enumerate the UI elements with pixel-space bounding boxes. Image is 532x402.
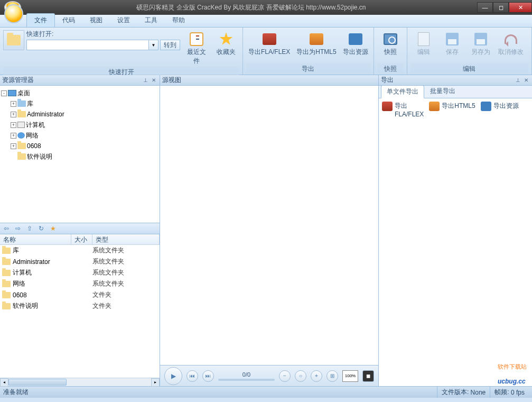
open-folder-icon[interactable] bbox=[3, 30, 24, 50]
expand-icon[interactable]: + bbox=[11, 143, 16, 149]
horizontal-scrollbar[interactable]: ◂ ▸ bbox=[0, 378, 160, 386]
scroll-right-icon[interactable]: ▸ bbox=[151, 378, 160, 387]
scroll-left-icon[interactable]: ◂ bbox=[0, 378, 8, 387]
quick-open-input[interactable] bbox=[26, 40, 149, 50]
fullscreen-button[interactable]: ◼ bbox=[362, 370, 374, 382]
tree-label: 计算机 bbox=[26, 121, 45, 130]
zoom-out-button[interactable]: − bbox=[279, 370, 291, 382]
tree-node[interactable]: +Administrator bbox=[1, 109, 158, 120]
favorites-button[interactable]: 收藏夹 bbox=[213, 30, 239, 58]
close-panel-icon[interactable]: ✕ bbox=[522, 77, 530, 84]
list-item[interactable]: 库系统文件夹 bbox=[0, 245, 160, 256]
resource-mgr-header: 资源管理器 ⊥ ✕ bbox=[0, 75, 160, 86]
tab-single-export[interactable]: 单文件导出 bbox=[381, 85, 424, 98]
status-fps: 帧频: 0 fps bbox=[490, 387, 529, 398]
tab-help[interactable]: 帮助 bbox=[165, 14, 192, 27]
export-fla-button[interactable]: 导出FLA/FLEX bbox=[246, 30, 292, 58]
source-view-header: 源视图 bbox=[160, 75, 378, 86]
play-button[interactable]: ▶ bbox=[164, 367, 182, 385]
tree-label: 网络 bbox=[26, 131, 39, 140]
zoom-reset-button[interactable]: ○ bbox=[295, 370, 306, 382]
col-size[interactable]: 大小 bbox=[71, 234, 92, 244]
undo-icon bbox=[505, 34, 517, 44]
col-name[interactable]: 名称 bbox=[0, 234, 71, 244]
zoom-in-button[interactable]: + bbox=[311, 370, 322, 382]
group-export-label: 导出 bbox=[246, 63, 370, 75]
quick-open-dropdown[interactable]: ▼ bbox=[149, 40, 158, 50]
fla-icon bbox=[382, 102, 393, 111]
tree-node[interactable]: 软件说明 bbox=[1, 151, 158, 162]
zoom-fit-button[interactable]: ⊞ bbox=[326, 370, 338, 382]
export-tabs: 单文件导出 批量导出 bbox=[379, 86, 532, 98]
camera-icon bbox=[384, 33, 397, 45]
forward-icon[interactable]: ⇨ bbox=[14, 224, 22, 233]
expand-icon[interactable]: - bbox=[1, 90, 7, 96]
resource-icon bbox=[481, 102, 491, 111]
folder-icon bbox=[2, 281, 11, 287]
tree-node[interactable]: +网络 bbox=[1, 130, 158, 141]
maximize-button[interactable]: ◻ bbox=[493, 2, 509, 13]
group-snap-label: 快照 bbox=[377, 63, 404, 75]
edit-button[interactable]: 编辑 bbox=[410, 30, 437, 58]
back-icon[interactable]: ⇦ bbox=[2, 224, 11, 233]
group-edit-label: 编辑 bbox=[410, 63, 528, 75]
col-type[interactable]: 类型 bbox=[92, 234, 160, 244]
tree-node[interactable]: +库 bbox=[1, 98, 158, 109]
up-icon[interactable]: ⇧ bbox=[25, 224, 34, 233]
tree-node[interactable]: +0608 bbox=[1, 141, 158, 151]
tree-label: 桌面 bbox=[17, 89, 30, 98]
pin-icon[interactable]: ⊥ bbox=[142, 77, 149, 84]
progress-slider[interactable] bbox=[218, 379, 275, 381]
close-panel-icon[interactable]: ✕ bbox=[150, 77, 157, 84]
tab-tools[interactable]: 工具 bbox=[137, 14, 165, 27]
list-item[interactable]: 网络系统文件夹 bbox=[0, 278, 160, 289]
app-menu-button[interactable] bbox=[4, 4, 23, 23]
snapshot-button[interactable]: 快照 bbox=[377, 30, 404, 58]
expand-icon[interactable]: + bbox=[11, 122, 16, 128]
tree-label: 0608 bbox=[27, 142, 41, 150]
tab-settings[interactable]: 设置 bbox=[110, 14, 137, 27]
file-list[interactable]: 库系统文件夹Administrator系统文件夹计算机系统文件夹网络系统文件夹0… bbox=[0, 245, 160, 378]
list-item[interactable]: 计算机系统文件夹 bbox=[0, 267, 160, 278]
title-bar: 硕思闪客精灵 企业版 CracKed By 风吹屁屁凉 吾爱破解论坛 http:… bbox=[0, 0, 532, 15]
minimize-button[interactable]: — bbox=[477, 2, 493, 13]
folder-tree[interactable]: -桌面+库+Administrator+计算机+网络+0608软件说明 bbox=[0, 86, 160, 223]
html5-icon bbox=[310, 33, 323, 45]
status-ready: 准备就绪 bbox=[3, 388, 29, 397]
fav-star-icon[interactable]: ★ bbox=[49, 224, 57, 233]
pin-icon[interactable]: ⊥ bbox=[514, 77, 521, 84]
export-item-res[interactable]: 导出资源 bbox=[481, 102, 519, 111]
tree-node[interactable]: -桌面 bbox=[1, 88, 158, 98]
next-frame-button[interactable]: ⏭ bbox=[202, 370, 214, 382]
expand-icon[interactable]: + bbox=[11, 101, 16, 107]
scroll-thumb[interactable] bbox=[8, 379, 67, 386]
export-res-button[interactable]: 导出资源 bbox=[341, 30, 370, 58]
list-item[interactable]: Administrator系统文件夹 bbox=[0, 256, 160, 267]
tab-view[interactable]: 视图 bbox=[82, 14, 110, 27]
saveas-button[interactable]: 另存为 bbox=[468, 30, 494, 58]
export-html5-button[interactable]: 导出为HTML5 bbox=[294, 30, 338, 58]
status-version: 文件版本: None bbox=[437, 387, 490, 398]
undo-button[interactable]: 取消修改 bbox=[496, 30, 526, 58]
goto-button[interactable]: 转到 bbox=[160, 40, 180, 50]
recent-files-button[interactable]: 最近文件 bbox=[182, 30, 211, 67]
zoom-100-button[interactable]: 100% bbox=[342, 370, 358, 382]
save-button[interactable]: 保存 bbox=[439, 30, 465, 58]
close-button[interactable]: ✕ bbox=[509, 2, 532, 13]
source-view-body bbox=[160, 86, 378, 365]
expand-icon[interactable]: + bbox=[11, 112, 16, 117]
prev-frame-button[interactable]: ⏮ bbox=[186, 370, 198, 382]
list-item[interactable]: 0608文件夹 bbox=[0, 289, 160, 300]
list-item[interactable]: 软件说明文件夹 bbox=[0, 300, 160, 312]
refresh-icon[interactable]: ↻ bbox=[37, 224, 45, 233]
player-bar: ▶ ⏮ ⏭ 0/0 − ○ + ⊞ 100% ◼ bbox=[160, 365, 378, 386]
export-item-html5[interactable]: 导出HTML5 bbox=[429, 102, 475, 111]
tab-file[interactable]: 文件 bbox=[26, 13, 55, 27]
tab-code[interactable]: 代码 bbox=[55, 14, 82, 27]
expand-icon[interactable]: + bbox=[11, 133, 16, 139]
tree-label: Administrator bbox=[27, 111, 64, 118]
resource-icon bbox=[349, 33, 362, 45]
export-item-fla[interactable]: 导出 FLA/FLEX bbox=[382, 102, 424, 118]
tree-node[interactable]: +计算机 bbox=[1, 120, 158, 130]
tab-batch-export[interactable]: 批量导出 bbox=[424, 85, 461, 98]
